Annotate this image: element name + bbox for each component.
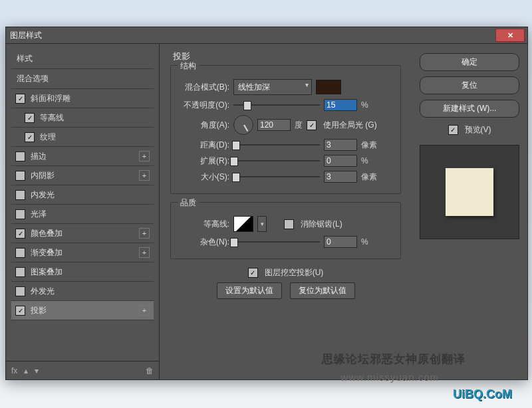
titlebar[interactable]: 图层样式 ✕: [6, 27, 527, 44]
style-row-4[interactable]: 内阴影+: [11, 166, 154, 185]
watermark-logo: UiBQ.CoM: [453, 387, 512, 401]
preview-panel: [420, 145, 519, 239]
style-row-8[interactable]: 渐变叠加+: [11, 243, 154, 262]
style-checkbox[interactable]: [15, 209, 25, 219]
new-style-button[interactable]: 新建样式 (W)...: [420, 100, 519, 118]
style-checkbox[interactable]: [15, 171, 25, 181]
reset-button[interactable]: 复位: [420, 76, 519, 94]
styles-header[interactable]: 样式: [11, 49, 154, 69]
style-row-2[interactable]: ✓纹理: [11, 128, 154, 147]
contour-dropdown[interactable]: ▾: [257, 216, 267, 232]
distance-unit: 像素: [361, 140, 377, 151]
arrow-down-icon[interactable]: ▾: [35, 366, 39, 375]
style-label: 内发光: [31, 189, 150, 201]
make-default-button[interactable]: 设置为默认值: [217, 282, 282, 299]
noise-slider[interactable]: [233, 237, 320, 247]
style-row-6[interactable]: 光泽: [11, 205, 154, 224]
knockout-checkbox[interactable]: ✓: [248, 268, 258, 278]
angle-dial[interactable]: [233, 115, 253, 135]
style-checkbox[interactable]: [15, 267, 25, 277]
style-label: 内阴影: [31, 170, 139, 181]
angle-label: 角度(A):: [179, 120, 229, 131]
distance-slider[interactable]: [233, 140, 320, 150]
angle-unit: 度: [295, 120, 303, 131]
style-checkbox[interactable]: [15, 248, 25, 258]
group-title: 结构: [178, 60, 199, 72]
style-label: 描边: [31, 151, 139, 162]
global-light-checkbox[interactable]: ✓: [307, 120, 317, 130]
style-checkbox[interactable]: ✓: [15, 229, 25, 239]
style-checkbox[interactable]: ✓: [15, 94, 25, 104]
opacity-slider[interactable]: [233, 100, 320, 110]
angle-input[interactable]: 120: [257, 119, 291, 131]
spread-slider[interactable]: [233, 156, 320, 165]
size-label: 大小(S):: [179, 171, 229, 183]
antialias-checkbox[interactable]: [284, 219, 294, 229]
fx-icon[interactable]: fx: [11, 366, 17, 375]
style-label: 外发光: [31, 286, 150, 297]
reset-default-button[interactable]: 复位为默认值: [290, 282, 355, 299]
styles-panel: 样式 混合选项 ✓斜面和浮雕✓等高线✓纹理描边+内阴影+内发光光泽✓颜色叠加+渐…: [6, 44, 160, 380]
trash-icon[interactable]: 🗑: [146, 366, 154, 375]
watermark-url: www.missyuan.com: [340, 371, 439, 383]
blending-header[interactable]: 混合选项: [11, 69, 154, 89]
preview-label: 预览(V): [465, 124, 491, 136]
opacity-input[interactable]: 15: [324, 99, 357, 111]
add-effect-icon[interactable]: +: [139, 305, 150, 316]
arrow-up-icon[interactable]: ▴: [24, 366, 28, 375]
antialias-label: 消除锯齿(L): [301, 219, 342, 230]
style-row-11[interactable]: ✓投影+: [11, 301, 154, 320]
noise-unit: %: [361, 237, 368, 247]
style-checkbox[interactable]: [15, 286, 25, 296]
noise-label: 杂色(N):: [179, 237, 229, 248]
styles-footer: fx ▴ ▾ 🗑: [6, 361, 159, 380]
add-effect-icon[interactable]: +: [139, 170, 150, 181]
window-title: 图层样式: [10, 30, 42, 41]
style-label: 渐变叠加: [31, 247, 139, 258]
style-row-9[interactable]: 图案叠加: [11, 262, 154, 282]
size-slider[interactable]: [233, 172, 320, 181]
knockout-label: 图层挖空投影(U): [265, 267, 324, 278]
style-label: 图案叠加: [31, 266, 150, 278]
add-effect-icon[interactable]: +: [139, 228, 150, 239]
quality-group: 品质 等高线: ▾ 消除锯齿(L) 杂色(N): 0 %: [170, 202, 401, 259]
shadow-color-swatch[interactable]: [316, 80, 341, 94]
opacity-label: 不透明度(O):: [179, 100, 229, 111]
contour-label: 等高线:: [179, 219, 229, 230]
style-checkbox[interactable]: [15, 152, 25, 161]
style-label: 纹理: [40, 132, 150, 143]
style-row-3[interactable]: 描边+: [11, 147, 154, 166]
spread-input[interactable]: 0: [324, 155, 357, 167]
style-row-10[interactable]: 外发光: [11, 282, 154, 301]
style-checkbox[interactable]: ✓: [25, 132, 35, 142]
add-effect-icon[interactable]: +: [139, 151, 150, 161]
style-row-7[interactable]: ✓颜色叠加+: [11, 224, 154, 243]
style-label: 投影: [31, 305, 139, 316]
style-label: 颜色叠加: [31, 228, 139, 239]
watermark-text: 思缘论坛邪恶女神原创翻译: [322, 352, 466, 367]
style-label: 等高线: [40, 112, 150, 124]
add-effect-icon[interactable]: +: [139, 247, 150, 258]
style-row-1[interactable]: ✓等高线: [11, 108, 154, 128]
style-checkbox[interactable]: ✓: [25, 113, 35, 123]
opacity-unit: %: [361, 100, 368, 110]
effect-title: 投影: [173, 51, 401, 62]
style-label: 斜面和浮雕: [31, 93, 150, 104]
preview-checkbox[interactable]: ✓: [448, 125, 458, 135]
size-input[interactable]: 3: [324, 171, 357, 183]
style-row-0[interactable]: ✓斜面和浮雕: [11, 89, 154, 108]
blendmode-select[interactable]: 线性加深: [233, 79, 312, 95]
preview-thumbnail: [446, 168, 493, 216]
effect-settings: 投影 结构 混合模式(B): 线性加深 不透明度(O): 15 % 角度(A):: [160, 44, 412, 380]
close-button[interactable]: ✕: [495, 29, 525, 42]
noise-input[interactable]: 0: [324, 236, 357, 248]
contour-picker[interactable]: [233, 216, 253, 232]
size-unit: 像素: [361, 171, 377, 183]
style-row-5[interactable]: 内发光: [11, 185, 154, 205]
spread-unit: %: [361, 156, 368, 165]
distance-input[interactable]: 3: [324, 139, 357, 151]
layer-style-dialog: 图层样式 ✕ 样式 混合选项 ✓斜面和浮雕✓等高线✓纹理描边+内阴影+内发光光泽…: [5, 27, 528, 380]
ok-button[interactable]: 确定: [420, 53, 519, 71]
style-checkbox[interactable]: ✓: [15, 306, 25, 316]
style-checkbox[interactable]: [15, 190, 25, 200]
